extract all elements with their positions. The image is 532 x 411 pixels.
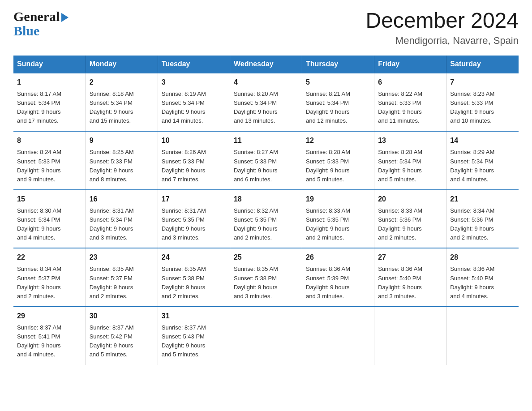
day-number: 29 — [17, 311, 82, 321]
day-number: 19 — [306, 194, 370, 205]
calendar-day-cell: 1 Sunrise: 8:17 AM Sunset: 5:34 PM Dayli… — [13, 73, 86, 132]
day-number: 7 — [450, 77, 515, 88]
calendar-day-cell: 6 Sunrise: 8:22 AM Sunset: 5:33 PM Dayli… — [374, 73, 446, 132]
calendar-day-cell: 30 Sunrise: 8:37 AM Sunset: 5:42 PM Dayl… — [86, 307, 158, 365]
col-sunday: Sunday — [13, 56, 86, 73]
day-number: 25 — [234, 252, 298, 263]
day-number: 13 — [378, 135, 442, 146]
day-info: Sunrise: 8:37 AM Sunset: 5:43 PM Dayligh… — [162, 323, 226, 360]
day-info: Sunrise: 8:25 AM Sunset: 5:33 PM Dayligh… — [90, 148, 154, 184]
day-number: 20 — [378, 194, 442, 205]
day-number: 12 — [306, 135, 370, 146]
day-number: 26 — [306, 252, 370, 263]
day-info: Sunrise: 8:31 AM Sunset: 5:34 PM Dayligh… — [90, 206, 154, 243]
calendar-day-cell: 24 Sunrise: 8:35 AM Sunset: 5:38 PM Dayl… — [158, 248, 230, 307]
day-info: Sunrise: 8:36 AM Sunset: 5:40 PM Dayligh… — [450, 265, 515, 301]
day-number: 4 — [234, 77, 298, 88]
calendar-day-cell: 8 Sunrise: 8:24 AM Sunset: 5:33 PM Dayli… — [13, 131, 86, 190]
calendar-day-cell: 2 Sunrise: 8:18 AM Sunset: 5:34 PM Dayli… — [86, 73, 158, 132]
day-number: 30 — [90, 311, 154, 321]
day-info: Sunrise: 8:17 AM Sunset: 5:34 PM Dayligh… — [17, 90, 82, 126]
calendar-day-cell: 20 Sunrise: 8:33 AM Sunset: 5:36 PM Dayl… — [374, 190, 446, 248]
day-number: 8 — [17, 135, 82, 146]
day-info: Sunrise: 8:23 AM Sunset: 5:33 PM Dayligh… — [450, 90, 515, 126]
day-info: Sunrise: 8:28 AM Sunset: 5:33 PM Dayligh… — [306, 148, 370, 184]
day-info: Sunrise: 8:37 AM Sunset: 5:41 PM Dayligh… — [17, 323, 82, 360]
col-monday: Monday — [86, 56, 158, 73]
calendar-week-row: 8 Sunrise: 8:24 AM Sunset: 5:33 PM Dayli… — [13, 131, 519, 190]
calendar-day-cell: 12 Sunrise: 8:28 AM Sunset: 5:33 PM Dayl… — [302, 131, 374, 190]
day-info: Sunrise: 8:31 AM Sunset: 5:35 PM Dayligh… — [162, 206, 226, 243]
day-info: Sunrise: 8:34 AM Sunset: 5:37 PM Dayligh… — [17, 265, 82, 301]
calendar-day-cell: 21 Sunrise: 8:34 AM Sunset: 5:36 PM Dayl… — [446, 190, 519, 248]
calendar-day-cell: 23 Sunrise: 8:35 AM Sunset: 5:37 PM Dayl… — [86, 248, 158, 307]
calendar-day-cell: 18 Sunrise: 8:32 AM Sunset: 5:35 PM Dayl… — [230, 190, 302, 248]
calendar-week-row: 22 Sunrise: 8:34 AM Sunset: 5:37 PM Dayl… — [13, 248, 519, 307]
col-saturday: Saturday — [446, 56, 519, 73]
calendar-day-cell: 17 Sunrise: 8:31 AM Sunset: 5:35 PM Dayl… — [158, 190, 230, 248]
day-info: Sunrise: 8:35 AM Sunset: 5:38 PM Dayligh… — [162, 265, 226, 301]
calendar-day-cell: 22 Sunrise: 8:34 AM Sunset: 5:37 PM Dayl… — [13, 248, 86, 307]
day-info: Sunrise: 8:21 AM Sunset: 5:34 PM Dayligh… — [306, 90, 370, 126]
calendar-day-cell: 7 Sunrise: 8:23 AM Sunset: 5:33 PM Dayli… — [446, 73, 519, 132]
calendar-week-row: 15 Sunrise: 8:30 AM Sunset: 5:34 PM Dayl… — [13, 190, 519, 248]
col-thursday: Thursday — [302, 56, 374, 73]
calendar-day-cell: 29 Sunrise: 8:37 AM Sunset: 5:41 PM Dayl… — [13, 307, 86, 365]
day-number: 16 — [90, 194, 154, 205]
day-info: Sunrise: 8:32 AM Sunset: 5:35 PM Dayligh… — [234, 206, 298, 243]
calendar-day-cell: 3 Sunrise: 8:19 AM Sunset: 5:34 PM Dayli… — [158, 73, 230, 132]
day-info: Sunrise: 8:24 AM Sunset: 5:33 PM Dayligh… — [17, 148, 82, 184]
calendar-day-cell: 25 Sunrise: 8:35 AM Sunset: 5:38 PM Dayl… — [230, 248, 302, 307]
col-wednesday: Wednesday — [230, 56, 302, 73]
logo-general-text: General — [13, 9, 60, 24]
day-number: 28 — [450, 252, 515, 263]
subtitle: Mendigorria, Navarre, Spain — [365, 35, 519, 47]
col-tuesday: Tuesday — [158, 56, 230, 73]
day-info: Sunrise: 8:30 AM Sunset: 5:34 PM Dayligh… — [17, 206, 82, 243]
day-info: Sunrise: 8:36 AM Sunset: 5:40 PM Dayligh… — [378, 265, 442, 301]
calendar-day-cell: 28 Sunrise: 8:36 AM Sunset: 5:40 PM Dayl… — [446, 248, 519, 307]
day-info: Sunrise: 8:27 AM Sunset: 5:33 PM Dayligh… — [234, 148, 298, 184]
calendar-day-cell — [446, 307, 519, 365]
day-info: Sunrise: 8:33 AM Sunset: 5:35 PM Dayligh… — [306, 206, 370, 243]
calendar-day-cell: 4 Sunrise: 8:20 AM Sunset: 5:34 PM Dayli… — [230, 73, 302, 132]
day-info: Sunrise: 8:26 AM Sunset: 5:33 PM Dayligh… — [162, 148, 226, 184]
day-number: 11 — [234, 135, 298, 146]
day-info: Sunrise: 8:28 AM Sunset: 5:34 PM Dayligh… — [378, 148, 442, 184]
day-info: Sunrise: 8:35 AM Sunset: 5:38 PM Dayligh… — [234, 265, 298, 301]
day-info: Sunrise: 8:18 AM Sunset: 5:34 PM Dayligh… — [90, 90, 154, 126]
day-info: Sunrise: 8:22 AM Sunset: 5:33 PM Dayligh… — [378, 90, 442, 126]
calendar-day-cell: 5 Sunrise: 8:21 AM Sunset: 5:34 PM Dayli… — [302, 73, 374, 132]
calendar-day-cell: 26 Sunrise: 8:36 AM Sunset: 5:39 PM Dayl… — [302, 248, 374, 307]
day-number: 6 — [378, 77, 442, 88]
day-number: 21 — [450, 194, 515, 205]
day-number: 3 — [162, 77, 226, 88]
page-header: General Blue December 2024 Mendigorria, … — [13, 9, 519, 47]
day-number: 10 — [162, 135, 226, 146]
calendar-day-cell: 13 Sunrise: 8:28 AM Sunset: 5:34 PM Dayl… — [374, 131, 446, 190]
title-section: December 2024 Mendigorria, Navarre, Spai… — [365, 9, 519, 47]
day-number: 31 — [162, 311, 226, 321]
calendar-day-cell: 16 Sunrise: 8:31 AM Sunset: 5:34 PM Dayl… — [86, 190, 158, 248]
calendar-day-cell: 19 Sunrise: 8:33 AM Sunset: 5:35 PM Dayl… — [302, 190, 374, 248]
day-number: 9 — [90, 135, 154, 146]
calendar-day-cell: 27 Sunrise: 8:36 AM Sunset: 5:40 PM Dayl… — [374, 248, 446, 307]
calendar-header-row: Sunday Monday Tuesday Wednesday Thursday… — [13, 56, 519, 73]
day-info: Sunrise: 8:19 AM Sunset: 5:34 PM Dayligh… — [162, 90, 226, 126]
day-info: Sunrise: 8:35 AM Sunset: 5:37 PM Dayligh… — [90, 265, 154, 301]
day-number: 2 — [90, 77, 154, 88]
calendar-table: Sunday Monday Tuesday Wednesday Thursday… — [13, 56, 519, 365]
calendar-week-row: 29 Sunrise: 8:37 AM Sunset: 5:41 PM Dayl… — [13, 307, 519, 365]
calendar-day-cell — [302, 307, 374, 365]
calendar-day-cell: 31 Sunrise: 8:37 AM Sunset: 5:43 PM Dayl… — [158, 307, 230, 365]
day-number: 14 — [450, 135, 515, 146]
logo: General Blue — [13, 9, 69, 39]
day-number: 24 — [162, 252, 226, 263]
calendar-day-cell: 11 Sunrise: 8:27 AM Sunset: 5:33 PM Dayl… — [230, 131, 302, 190]
day-number: 15 — [17, 194, 82, 205]
day-number: 5 — [306, 77, 370, 88]
calendar-day-cell: 10 Sunrise: 8:26 AM Sunset: 5:33 PM Dayl… — [158, 131, 230, 190]
day-info: Sunrise: 8:29 AM Sunset: 5:34 PM Dayligh… — [450, 148, 515, 184]
day-info: Sunrise: 8:37 AM Sunset: 5:42 PM Dayligh… — [90, 323, 154, 360]
day-info: Sunrise: 8:36 AM Sunset: 5:39 PM Dayligh… — [306, 265, 370, 301]
